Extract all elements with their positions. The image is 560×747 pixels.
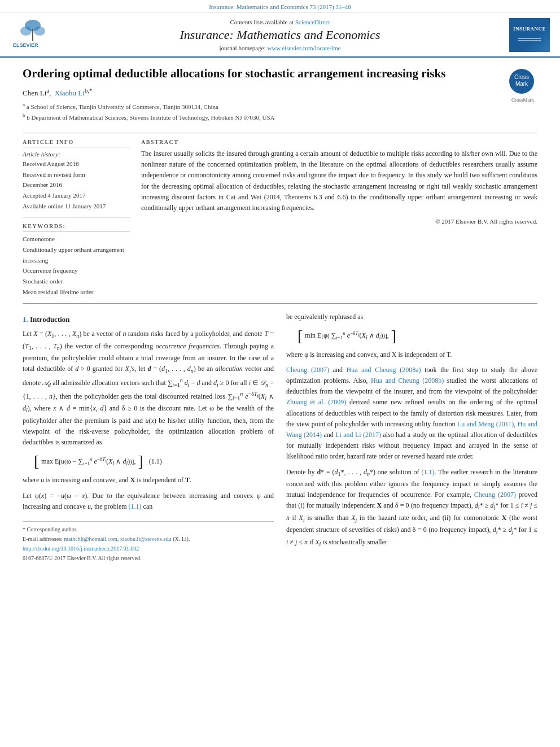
article-info-column: ARTICLE INFO Article history: Received A… [23, 139, 130, 298]
homepage-line: journal homepage: www.elsevier.com/locat… [61, 45, 499, 51]
abstract-label: ABSTRACT [141, 139, 537, 145]
insurance-logo-text: INSURANCE [513, 26, 546, 33]
journal-header-center: Contents lists available at ScienceDirec… [61, 19, 499, 51]
insurance-logo-graphic [515, 33, 544, 44]
lu-meng-2011-link[interactable]: Lu and Meng (2011) [457, 420, 514, 428]
main-left-column: 1. Introduction Let X = (X1, . . . , Xn)… [23, 312, 274, 563]
svg-text:ELSEVIER: ELSEVIER [13, 42, 38, 48]
svg-point-2 [20, 27, 32, 36]
homepage-link[interactable]: www.elsevier.com/locate/ime [267, 45, 340, 51]
rephrased-intro: be equivalently rephrased as [286, 312, 537, 322]
affiliations: a a School of Science, Tianjin Universit… [23, 101, 502, 122]
insurance-logo-container: INSURANCE [499, 18, 550, 52]
svg-text:Cross: Cross [514, 74, 529, 80]
journal-banner: Insurance: Mathematics and Economics 73 … [0, 0, 560, 12]
abstract-text: The insurer usually solicits the insured… [141, 148, 537, 213]
hua-cheung-2008b-link[interactable]: Hua and Cheung (2008b) [371, 377, 444, 385]
equation-number: (1.1) [149, 456, 162, 467]
info-abstract-section: ARTICLE INFO Article history: Received A… [23, 139, 537, 298]
journal-citation: Insurance: Mathematics and Economics 73 … [209, 3, 351, 10]
page: Insurance: Mathematics and Economics 73 … [0, 0, 560, 747]
email-addresses: E-mail addresses: mathchli@hotmail.com, … [23, 535, 274, 543]
equation-rhs-content: min E[φ( ∑i=1n e−δTi(Xi ∧ di))], [305, 329, 388, 342]
authors-line: Chen Lia, Xiaohu Lib,* [23, 87, 502, 98]
crossmark-label: CrossMark [508, 97, 537, 103]
keyword-1: Comonotone [23, 234, 130, 244]
keyword-2: Conditionally upper orthant arrangement … [23, 244, 130, 265]
revised-date: December 2016 [23, 180, 130, 190]
equation-note: where u is increasing and concave, and X… [23, 475, 274, 486]
hua-cheung-2008a-link[interactable]: Hua and Cheung (2008a) [347, 366, 421, 374]
section-1-heading: 1. Introduction [23, 314, 274, 326]
issn-line: 0167-6687/© 2017 Elsevier B.V. All right… [23, 554, 274, 562]
svg-text:Mark: Mark [515, 81, 528, 87]
left-bracket-rhs: [ [298, 328, 303, 344]
right-para-2: Denote by d* = (d1*, . . . , dn*) one so… [286, 467, 537, 549]
article-info-label: ARTICLE INFO [23, 139, 130, 147]
keywords-label: Keywords: [23, 223, 130, 231]
equation-1-1: [ max E[u(ω − ∑i=1n e−δTi(Xi ∧ di))], ] … [34, 453, 274, 469]
main-content: 1. Introduction Let X = (X1, . . . , Xn)… [23, 312, 537, 563]
crossmark-svg: Cross Mark [508, 68, 535, 95]
email-2-link[interactable]: xiaohu.li@stevens.edu [120, 536, 172, 542]
corresponding-author-note: * Corresponding author. [23, 525, 274, 534]
insurance-logo-box: INSURANCE [509, 18, 550, 52]
keyword-5: Mean residual lifetime order [23, 287, 130, 298]
contents-line: Contents lists available at ScienceDirec… [61, 19, 499, 25]
received-revised-label: Received in revised form [23, 169, 130, 180]
divider-keywords [23, 217, 130, 217]
footnote-section: * Corresponding author. E-mail addresses… [23, 521, 274, 562]
rhs-equation-note: where φ is increasing and convex, and X … [286, 350, 537, 360]
crossmark-icon[interactable]: Cross Mark CrossMark [508, 68, 537, 103]
intro-paragraph-2: Let φ(x) = −u(ω − x). Due to the equival… [23, 491, 274, 512]
keyword-4: Stochastic order [23, 276, 130, 287]
article-body: Ordering optimal deductible allocations … [0, 58, 560, 575]
accepted-date: Accepted 4 January 2017 [23, 190, 130, 201]
affiliation-a: a a School of Science, Tianjin Universit… [23, 101, 502, 111]
intro-paragraph-1: Let X = (X1, . . . , Xn) be a vector of … [23, 329, 274, 448]
eq-min-line: min E[φ( ∑i=1n e−δTi(Xi ∧ di))], [305, 329, 388, 342]
article-title-text: Ordering optimal deductible allocations … [23, 65, 502, 123]
equation-rhs: [ min E[φ( ∑i=1n e−δTi(Xi ∧ di))], ] [298, 328, 537, 344]
author-chen-li: Chen Li [23, 89, 46, 98]
cheung-2007-link[interactable]: Cheung (2007) [286, 366, 329, 374]
section-1-number: 1. [23, 315, 28, 324]
elsevier-logo: ELSEVIER [10, 19, 61, 52]
right-para-1: Cheung (2007) and Hua and Cheung (2008a)… [286, 365, 537, 462]
article-title: Ordering optimal deductible allocations … [23, 65, 502, 81]
main-right-column: be equivalently rephrased as [ min E[φ( … [286, 312, 537, 563]
elsevier-logo-svg: ELSEVIER [10, 19, 55, 50]
divider-1 [23, 133, 537, 133]
article-history-block: Article history: Received August 2016 Re… [23, 151, 130, 211]
journal-header: ELSEVIER Contents lists available at Sci… [0, 12, 560, 58]
right-bracket-rhs: ] [391, 328, 396, 344]
left-bracket: [ [34, 453, 39, 469]
equation-content: max E[u(ω − ∑i=1n e−δTi(Xi ∧ di))], [41, 455, 135, 468]
right-bracket: ] [138, 453, 143, 469]
divider-2 [23, 303, 537, 304]
svg-point-3 [34, 27, 45, 36]
history-label: Article history: [23, 151, 130, 158]
affiliation-b: b b Department of Mathematical Sciences,… [23, 112, 502, 122]
eq-ref-1-1[interactable]: (1.1) [129, 503, 142, 510]
doi-link: http://dx.doi.org/10.1016/j.insmatheco.2… [23, 544, 274, 553]
email-1-link[interactable]: mathchli@hotmail.com [64, 536, 117, 542]
article-dates: Received August 2016 Received in revised… [23, 159, 130, 211]
section-1-title: Introduction [30, 315, 70, 324]
journal-title: Insurance: Mathematics and Economics [61, 28, 499, 42]
available-online-date: Available online 11 January 2017 [23, 201, 130, 212]
abstract-column: ABSTRACT The insurer usually solicits th… [141, 139, 537, 298]
eq-ref-1-1-rhs[interactable]: (1.1) [421, 468, 434, 476]
received-date: Received August 2016 [23, 159, 130, 169]
article-title-section: Ordering optimal deductible allocations … [23, 65, 537, 127]
keyword-3: Occurrence frequency [23, 265, 130, 276]
sciencedirect-link[interactable]: ScienceDirect [295, 19, 330, 25]
doi-anchor[interactable]: http://dx.doi.org/10.1016/j.insmatheco.2… [23, 545, 139, 552]
eq-max-line: max E[u(ω − ∑i=1n e−δTi(Xi ∧ di))], [41, 455, 135, 468]
copyright-line: © 2017 Elsevier B.V. All rights reserved… [141, 218, 537, 225]
zhuang-2009-link[interactable]: Zhuang et al. (2009) [286, 398, 346, 406]
cheung-2007-rhs-link[interactable]: Cheung (2007) [474, 491, 516, 499]
author-xiaohu-li[interactable]: Xiaohu Li [55, 89, 85, 98]
li-li-2017-link[interactable]: Li and Li (2017) [335, 431, 381, 439]
